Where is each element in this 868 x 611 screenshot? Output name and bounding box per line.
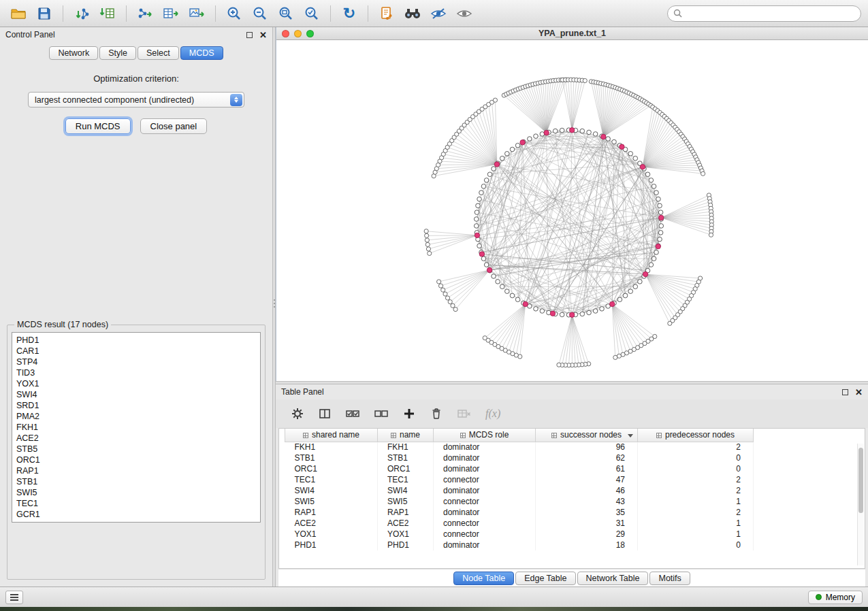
- cell[interactable]: ACE2: [285, 518, 378, 529]
- scrollbar-thumb[interactable]: [858, 448, 863, 513]
- add-column-button[interactable]: [402, 407, 416, 420]
- cell[interactable]: ACE2: [378, 518, 434, 529]
- column-header-shared-name[interactable]: shared name: [285, 429, 378, 442]
- cell[interactable]: 2: [638, 474, 754, 485]
- table-row[interactable]: ORC1ORC1dominator610: [285, 463, 861, 474]
- cell[interactable]: connector: [434, 474, 536, 485]
- table-row[interactable]: TEC1TEC1connector472: [285, 474, 861, 485]
- optimization-criterion-select[interactable]: largest connected component (undirected): [28, 92, 244, 108]
- show-columns-button[interactable]: [318, 407, 332, 420]
- mcds-result-item[interactable]: PHD1: [16, 335, 256, 346]
- mcds-result-item[interactable]: STB5: [16, 444, 256, 455]
- cell[interactable]: STB1: [285, 452, 378, 463]
- table-row[interactable]: ACE2ACE2connector311: [285, 518, 861, 529]
- mcds-result-item[interactable]: TEC1: [16, 498, 256, 509]
- mcds-result-item[interactable]: PMA2: [16, 411, 256, 422]
- cell[interactable]: dominator: [434, 442, 536, 452]
- mcds-result-item[interactable]: GCR1: [16, 509, 256, 520]
- cell[interactable]: 47: [536, 474, 638, 485]
- cell[interactable]: dominator: [434, 463, 536, 474]
- network-from-selection-button[interactable]: [375, 3, 398, 24]
- cell[interactable]: STB1: [378, 452, 434, 463]
- search-input[interactable]: [686, 9, 855, 18]
- tab-node-table[interactable]: Node Table: [453, 572, 514, 585]
- cell[interactable]: TEC1: [378, 474, 434, 485]
- cell[interactable]: FKH1: [285, 442, 378, 452]
- mcds-result-item[interactable]: SWI5: [16, 487, 256, 498]
- cell[interactable]: 61: [536, 463, 638, 474]
- cell[interactable]: 46: [536, 485, 638, 496]
- close-control-panel-icon[interactable]: ✕: [259, 30, 267, 40]
- delete-column-button[interactable]: [430, 407, 443, 420]
- cell[interactable]: SWI4: [285, 485, 378, 496]
- tab-network-table[interactable]: Network Table: [577, 572, 649, 585]
- cell[interactable]: SWI4: [378, 485, 434, 496]
- cell[interactable]: 0: [638, 463, 754, 474]
- zoom-fit-button[interactable]: [274, 3, 298, 24]
- cell[interactable]: 62: [536, 452, 638, 463]
- close-panel-button[interactable]: Close panel: [140, 118, 208, 134]
- table-row[interactable]: STB1STB1dominator620: [285, 452, 861, 463]
- cell[interactable]: PHD1: [378, 540, 434, 550]
- column-header-successor-nodes[interactable]: successor nodes: [536, 429, 638, 442]
- cell[interactable]: 2: [638, 442, 754, 452]
- table-row[interactable]: SWI5SWI5connector431: [285, 496, 861, 507]
- mcds-result-item[interactable]: STB1: [16, 476, 256, 487]
- tab-mcds[interactable]: MCDS: [180, 46, 223, 60]
- mcds-result-list[interactable]: PHD1CAR1STP4TID3YOX1SWI4SRD1PMA2FKH1ACE2…: [12, 332, 261, 523]
- mcds-result-item[interactable]: TID3: [16, 367, 256, 378]
- hide-selection-button[interactable]: [427, 3, 450, 24]
- table-row[interactable]: FKH1FKH1dominator962: [285, 442, 861, 452]
- import-network-button[interactable]: [70, 3, 93, 24]
- table-settings-button[interactable]: [291, 407, 304, 420]
- cell[interactable]: 1: [638, 518, 754, 529]
- mcds-result-item[interactable]: YOX1: [16, 378, 256, 389]
- cell[interactable]: connector: [434, 529, 536, 540]
- tab-style[interactable]: Style: [99, 46, 136, 60]
- column-header-predecessor-nodes[interactable]: predecessor nodes: [638, 429, 754, 442]
- table-scrollbar[interactable]: [857, 444, 864, 565]
- cell[interactable]: FKH1: [378, 442, 434, 452]
- tab-network[interactable]: Network: [49, 46, 98, 60]
- vertical-splitter[interactable]: [272, 27, 276, 587]
- delete-table-button[interactable]: [457, 408, 472, 420]
- cell[interactable]: TEC1: [285, 474, 378, 485]
- export-table-button[interactable]: [159, 3, 182, 24]
- mcds-result-item[interactable]: CAR1: [16, 346, 256, 357]
- cell[interactable]: SWI5: [378, 496, 434, 507]
- column-header-MCDS-role[interactable]: MCDS role: [434, 429, 536, 442]
- table-row[interactable]: RAP1RAP1dominator352: [285, 507, 861, 518]
- minimize-window-button[interactable]: [294, 30, 302, 37]
- cell[interactable]: RAP1: [378, 507, 434, 518]
- column-header-name[interactable]: name: [378, 429, 434, 442]
- float-table-panel-icon[interactable]: [842, 389, 848, 395]
- mcds-result-item[interactable]: SWI4: [16, 389, 256, 400]
- close-table-panel-icon[interactable]: ✕: [855, 387, 863, 397]
- deselect-all-button[interactable]: [374, 408, 389, 420]
- mcds-result-item[interactable]: ACE2: [16, 433, 256, 444]
- cell[interactable]: connector: [434, 518, 536, 529]
- table-row[interactable]: SWI4SWI4dominator462: [285, 485, 861, 496]
- cell[interactable]: YOX1: [378, 529, 434, 540]
- mcds-result-item[interactable]: STP4: [16, 357, 256, 367]
- export-network-button[interactable]: [133, 3, 157, 24]
- cell[interactable]: SWI5: [285, 496, 378, 507]
- cell[interactable]: 96: [536, 442, 638, 452]
- cell[interactable]: dominator: [434, 452, 536, 463]
- panel-menu-button[interactable]: [5, 591, 23, 604]
- cell[interactable]: 31: [536, 518, 638, 529]
- select-all-button[interactable]: [345, 408, 360, 420]
- mcds-result-item[interactable]: RAP1: [16, 465, 256, 476]
- show-all-button[interactable]: [453, 3, 476, 24]
- mcds-result-item[interactable]: FKH1: [16, 422, 256, 433]
- cell[interactable]: ORC1: [378, 463, 434, 474]
- tab-motifs[interactable]: Motifs: [649, 572, 690, 585]
- zoom-in-button[interactable]: [223, 3, 246, 24]
- cell[interactable]: dominator: [434, 540, 536, 550]
- run-mcds-button[interactable]: Run MCDS: [65, 118, 131, 134]
- zoom-selected-button[interactable]: [300, 3, 323, 24]
- cell[interactable]: 43: [536, 496, 638, 507]
- close-window-button[interactable]: [282, 30, 289, 37]
- import-table-button[interactable]: [96, 3, 119, 24]
- find-button[interactable]: [401, 3, 424, 24]
